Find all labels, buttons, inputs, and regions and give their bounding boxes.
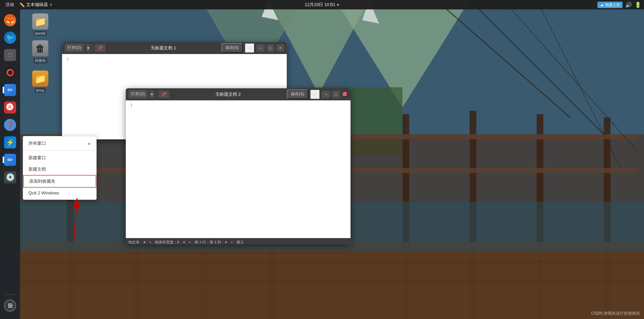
separator3: ▪ — [231, 240, 232, 244]
window2-text-area[interactable] — [135, 103, 348, 235]
annotation-arrow — [40, 181, 107, 248]
dock-item-disk[interactable]: 💿 — [2, 169, 18, 185]
toolbar-separator2 — [156, 91, 157, 98]
panda-folder-icon: 📁 — [32, 13, 48, 30]
toolbar-separator — [93, 45, 93, 51]
dock-item-gedit[interactable]: ✏ — [2, 82, 18, 98]
window1-open-button[interactable]: 打开(O) — [65, 44, 84, 52]
window1-open-arrow[interactable]: ▾ — [86, 44, 91, 52]
battery-icon[interactable]: 🔋 — [635, 2, 641, 8]
tab-arrow[interactable]: ▾ — [183, 240, 185, 244]
window1-line-numbers: 1 — [65, 57, 71, 137]
window2-statusbar: 纯文本 ▾ ▪ 制表符宽度：8 ▾ ▪ 第 1 行，第 1 列 ▾ ▪ 插入 — [126, 238, 351, 244]
position-label: 第 1 行，第 1 列 — [195, 240, 221, 245]
svg-line-30 — [74, 198, 77, 242]
dock-item-files[interactable]: □ — [2, 47, 18, 63]
topbar: 活动 ✏️ 文本编辑器 ▼ 12月20日 10∶51 ● ☁ 拖拽上传 🔊 🔋 — [0, 0, 644, 9]
window1-close-button[interactable]: × — [276, 44, 284, 52]
dock-item-apps[interactable]: ⊞ — [2, 298, 18, 314]
active-indicator2 — [3, 156, 4, 163]
context-menu-item-new-doc[interactable]: 新建文档 — [23, 164, 96, 175]
edit-icon: ✏️ — [19, 2, 25, 7]
window-editor-2: 打开(O) ▾ 📌 无标题文档 2 保存(S) ≡ ─ □ × 1 — [126, 88, 351, 244]
window2-maximize-button[interactable]: □ — [332, 91, 340, 98]
app-name[interactable]: ✏️ 文本编辑器 ▼ — [19, 2, 53, 8]
window2-close-button[interactable]: × — [342, 92, 348, 97]
active-indicator — [3, 87, 4, 93]
recycle-bin-icon: 🗑 — [32, 40, 48, 56]
desktop-icon-panda[interactable]: 📁 panda — [27, 13, 54, 36]
volume-icon[interactable]: 🔊 — [625, 2, 632, 8]
window2-editor[interactable]: 1 — [126, 100, 351, 238]
desktop-icon-recycle[interactable]: 🗑 回收站 — [27, 40, 54, 63]
pos-arrow[interactable]: ▾ — [225, 240, 227, 244]
window1-save-button[interactable]: 保存(S) — [221, 43, 243, 53]
tab-width-label: 制表符宽度：8 — [155, 240, 179, 245]
dock-item-firefox[interactable]: 🦊 — [2, 12, 18, 28]
window2-title: 无标题文档 2 — [210, 91, 246, 97]
watermark: CSDN @我先去打把游戏先 — [591, 311, 640, 316]
recycle-label: 回收站 — [34, 58, 47, 63]
submenu-arrow: ▶ — [88, 142, 91, 145]
context-menu-item-all-windows[interactable]: 所有窗口 ▶ — [23, 138, 96, 149]
temp-folder-icon: 📁 — [32, 71, 48, 87]
panda-label: panda — [34, 31, 47, 36]
window2-open-button[interactable]: 打开(O) — [128, 90, 148, 98]
window2-save-button[interactable]: 保存(S) — [287, 89, 308, 99]
separator2: ▪ — [189, 240, 191, 244]
mode-label: 纯文本 — [128, 240, 140, 245]
dock-item-appstore[interactable]: 🅐 — [2, 99, 18, 116]
window1-title: 无标题文档 1 — [146, 45, 181, 51]
dock-item-help[interactable]: ❓ — [2, 117, 18, 133]
window1-maximize-button[interactable]: □ — [267, 44, 274, 52]
dock-item-gedit2[interactable]: ✏ — [2, 152, 18, 168]
window2-content: 1 — [126, 100, 351, 238]
window2-menu-button[interactable]: ≡ — [310, 90, 320, 99]
dock-item-thunderbird[interactable]: 🐦 — [2, 30, 18, 46]
separator: ▪ — [150, 240, 151, 244]
window2-pin-button[interactable]: 📌 — [159, 91, 169, 98]
dock-item-vscode[interactable]: ⚡ — [2, 134, 18, 150]
window1-menu-button[interactable]: ≡ — [245, 43, 254, 53]
cloud-upload-button[interactable]: ☁ 拖拽上传 — [597, 2, 623, 8]
window2-line-numbers: 1 — [128, 103, 135, 235]
desktop-icon-temp[interactable]: 📁 temp — [27, 71, 54, 93]
cloud-icon: ☁ — [600, 3, 604, 7]
window2-open-arrow[interactable]: ▾ — [150, 91, 154, 98]
window1-minimize-button[interactable]: ─ — [256, 44, 265, 52]
context-menu-separator1 — [23, 150, 96, 151]
dock: 🦊 🐦 □ ⭕ ✏ — [0, 9, 20, 319]
svg-rect-19 — [20, 242, 644, 319]
context-menu-item-new-window[interactable]: 新建窗口 — [23, 152, 96, 164]
temp-label: temp — [35, 88, 46, 93]
insert-label: 插入 — [236, 240, 244, 245]
dock-separator — [4, 294, 16, 295]
mode-arrow[interactable]: ▾ — [144, 240, 146, 244]
window1-pin-button[interactable]: 📌 — [95, 44, 105, 52]
topbar-datetime: 12月20日 10∶51 ● — [305, 2, 339, 8]
window2-toolbar: 打开(O) ▾ 📌 无标题文档 2 保存(S) ≡ ─ □ × — [126, 88, 351, 100]
dock-item-camera[interactable]: ⭕ — [2, 64, 18, 81]
window2-minimize-button[interactable]: ─ — [322, 91, 330, 98]
activities-button[interactable]: 活动 — [3, 2, 17, 8]
window1-toolbar: 打开(O) ▾ 📌 无标题文档 1 保存(S) ≡ ─ □ × — [62, 42, 287, 54]
